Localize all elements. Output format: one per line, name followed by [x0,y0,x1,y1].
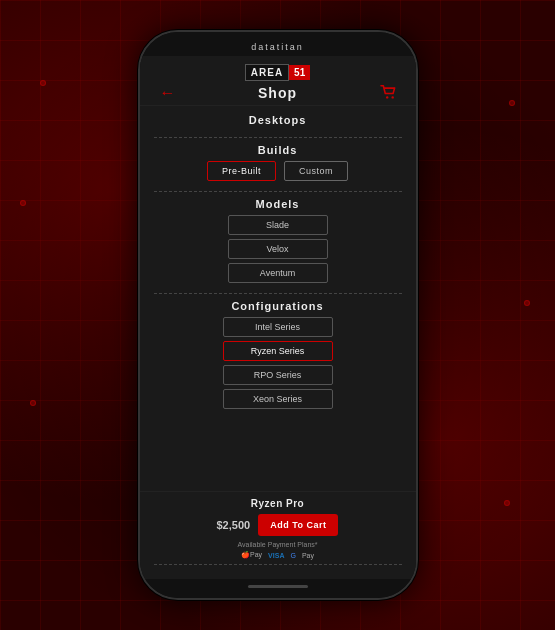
svg-point-1 [391,96,393,98]
payment-label: Available Payment Plans* [154,541,402,548]
model-velox[interactable]: Velox [228,239,328,259]
circuit-decoration [504,500,510,506]
model-slade[interactable]: Slade [228,215,328,235]
phone-screen: AREA 51 ← Shop Desktops [140,56,416,579]
cart-button[interactable] [374,83,402,104]
phone-top-bar: datatitan [140,32,416,56]
area51-text: AREA [245,64,289,81]
models-label: Models [256,198,300,210]
config-xeon[interactable]: Xeon Series [223,389,333,409]
google-icon: G [290,552,295,559]
circuit-decoration [30,400,36,406]
custom-button[interactable]: Custom [284,161,348,181]
config-rpo[interactable]: RPO Series [223,365,333,385]
divider-builds [154,191,402,192]
nav-row: ← Shop [154,85,402,101]
builds-options: Pre-Built Custom [207,161,348,181]
model-aventum[interactable]: Aventum [228,263,328,283]
gpay-label: Pay [302,552,314,559]
divider-payment [154,564,402,565]
circuit-decoration [40,80,46,86]
configurations-label: Configurations [231,300,323,312]
purchase-section: Ryzen Pro $2,500 Add To Cart Available P… [140,491,416,579]
circuit-decoration [20,200,26,206]
circuit-decoration [509,100,515,106]
purchase-row: $2,500 Add To Cart [154,514,402,536]
add-to-cart-button[interactable]: Add To Cart [258,514,338,536]
configurations-section: Configurations Intel Series Ryzen Series… [154,300,402,413]
brand-logo: datatitan [251,42,304,52]
prebuilt-button[interactable]: Pre-Built [207,161,276,181]
config-intel[interactable]: Intel Series [223,317,333,337]
desktops-section: Desktops [154,114,402,144]
configs-list: Intel Series Ryzen Series RPO Series Xeo… [223,317,333,413]
desktops-label: Desktops [249,114,307,126]
home-indicator [248,585,308,588]
payment-icons: 🍎Pay VISA G Pay [154,551,402,559]
price-display: $2,500 [217,519,251,531]
divider-desktops [154,137,402,138]
builds-label: Builds [258,144,298,156]
product-name: Ryzen Pro [154,498,402,509]
back-button[interactable]: ← [154,82,182,104]
phone-bottom [140,579,416,598]
apple-pay-icon: 🍎Pay [241,551,262,559]
circuit-decoration [524,300,530,306]
area51-badge: AREA 51 [245,64,310,81]
divider-models [154,293,402,294]
app-header: AREA 51 ← Shop [140,56,416,106]
builds-section: Builds Pre-Built Custom [154,144,402,198]
models-section: Models Slade Velox Aventum [154,198,402,300]
visa-icon: VISA [268,552,284,559]
app-content: Desktops Builds Pre-Built Custom Models … [140,106,416,491]
svg-point-0 [386,96,388,98]
models-list: Slade Velox Aventum [228,215,328,287]
area51-num: 51 [289,65,310,80]
config-ryzen[interactable]: Ryzen Series [223,341,333,361]
phone-shell: datatitan AREA 51 ← Shop [138,30,418,600]
page-title: Shop [258,85,297,101]
